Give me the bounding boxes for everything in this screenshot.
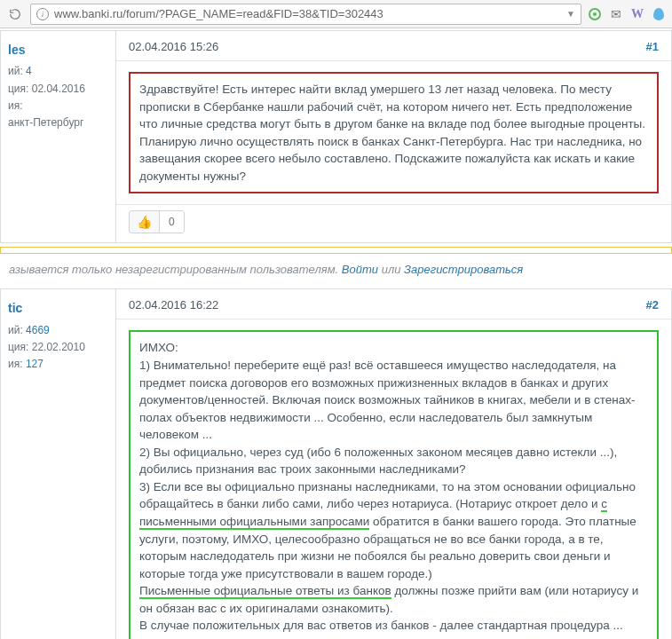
author-city: анкт-Петербург (8, 114, 108, 131)
login-link[interactable]: Войти (342, 263, 378, 276)
register-link[interactable]: Зарегистрироваться (404, 263, 523, 276)
browser-address-bar: i www.banki.ru/forum/?PAGE_NAME=read&FID… (0, 0, 672, 28)
forum-post: les ий: 4 ция: 02.04.2016 ия: анкт-Петер… (0, 30, 672, 243)
author-reg: ция: 02.04.2016 (8, 81, 108, 98)
author-messages: ий: 4669 (8, 322, 108, 339)
ad-banner (0, 247, 672, 254)
author-messages: ий: 4 (8, 63, 108, 80)
author-reg: ция: 22.02.2010 (8, 339, 108, 356)
extension-w-icon[interactable]: W (629, 6, 645, 22)
post-author-panel: tic ий: 4669 ция: 22.02.2010 ия: 127 (1, 289, 116, 639)
post-date: 02.04.2016 16:22 (129, 298, 218, 312)
post-header: 02.04.2016 15:26 #1 (116, 31, 671, 61)
like-count: 0 (159, 211, 184, 233)
reload-button[interactable] (5, 4, 25, 24)
underline-answers: Письменные официальные ответы из банков (139, 584, 391, 599)
author-rep: ия: (8, 98, 108, 114)
extension-drop-icon[interactable] (651, 6, 667, 22)
author-username[interactable]: tic (8, 298, 108, 318)
thumb-up-icon: 👍 (130, 215, 159, 229)
post-author-panel: les ий: 4 ция: 02.04.2016 ия: анкт-Петер… (1, 31, 116, 242)
post-footer: 👍 0 (116, 204, 671, 242)
post-number[interactable]: #2 (646, 298, 659, 312)
post-header: 02.04.2016 16:22 #2 (116, 289, 671, 320)
author-rep-count[interactable]: 127 (26, 358, 43, 370)
author-username[interactable]: les (8, 40, 108, 59)
guest-notice: азывается только незарегистрированным по… (0, 256, 672, 288)
site-info-icon[interactable]: i (36, 8, 49, 20)
extension-target-icon[interactable] (587, 6, 603, 22)
mail-icon[interactable]: ✉ (608, 6, 624, 22)
post-body-highlighted: ИМХО: 1) Внимательно! переберите ещё раз… (129, 330, 659, 639)
author-messages-count[interactable]: 4 (26, 65, 32, 77)
forum-post: tic ий: 4669 ция: 22.02.2010 ия: 127 02.… (0, 288, 672, 639)
url-dropdown-icon[interactable]: ▼ (566, 9, 575, 19)
author-rep: ия: 127 (8, 356, 108, 373)
url-text: www.banki.ru/forum/?PAGE_NAME=read&FID=3… (54, 7, 561, 20)
post-date: 02.04.2016 15:26 (129, 40, 218, 53)
author-messages-count[interactable]: 4669 (26, 324, 50, 336)
like-button[interactable]: 👍 0 (129, 210, 185, 233)
post-body-highlighted: Здравствуйте! Есть интерес найти вклад у… (129, 72, 659, 193)
post-number[interactable]: #1 (646, 40, 659, 53)
url-field[interactable]: i www.banki.ru/forum/?PAGE_NAME=read&FID… (30, 4, 581, 25)
